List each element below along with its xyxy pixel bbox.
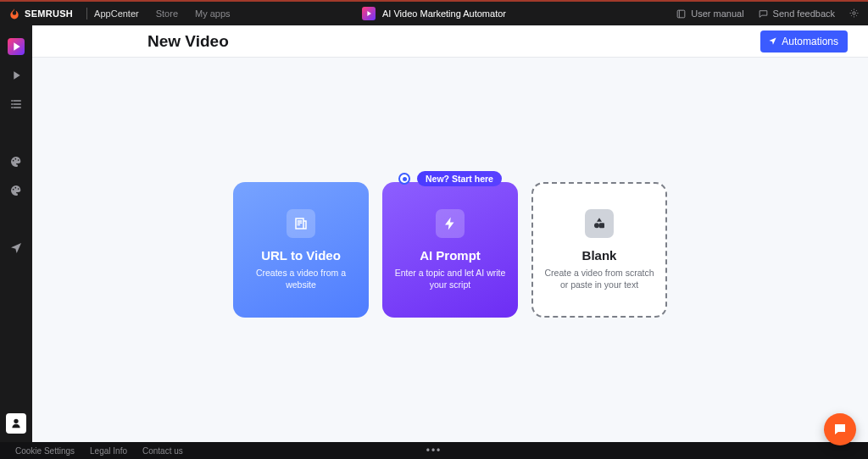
play-icon	[9, 40, 23, 53]
svg-point-2	[13, 160, 14, 162]
list-icon	[9, 97, 23, 111]
svg-point-9	[594, 223, 599, 228]
nav-myapps[interactable]: My apps	[195, 8, 231, 19]
shapes-icon	[585, 209, 614, 238]
send-feedback-link[interactable]: Send feedback	[758, 8, 835, 19]
footer-drag-handle[interactable]: •••	[426, 445, 442, 456]
gear-icon	[849, 8, 860, 19]
nav-store[interactable]: Store	[156, 8, 178, 19]
footer-cookie[interactable]: Cookie Settings	[15, 446, 75, 456]
app-title-text: AI Video Marketing Automator	[382, 8, 506, 19]
sidebar-send[interactable]	[3, 235, 29, 261]
ring-indicator-icon	[398, 173, 410, 185]
card-desc: Enter a topic and let AI write your scri…	[392, 267, 508, 290]
current-app-title: AI Video Marketing Automator	[362, 7, 506, 20]
creation-options: URL to Video Creates a video from a webs…	[32, 58, 868, 442]
intercom-chat-button[interactable]	[824, 413, 856, 445]
card-ai-prompt[interactable]: New? Start here AI Prompt Enter a topic …	[382, 182, 518, 318]
comment-icon	[758, 8, 769, 19]
svg-rect-8	[599, 223, 604, 228]
main-area: New Video Automations URL to Video Creat…	[32, 25, 868, 442]
svg-point-5	[13, 189, 14, 191]
card-desc: Creates a video from a website	[243, 267, 359, 290]
settings-button[interactable]	[849, 8, 860, 20]
svg-point-3	[14, 158, 16, 160]
brand-divider	[86, 8, 87, 19]
left-sidebar	[0, 25, 32, 442]
app-logo-icon	[362, 7, 376, 20]
footer-legal[interactable]: Legal Info	[90, 446, 127, 456]
semrush-brand[interactable]: SEMRUSH	[8, 8, 73, 19]
card-url-to-video[interactable]: URL to Video Creates a video from a webs…	[233, 182, 369, 318]
sidebar-play[interactable]	[3, 63, 29, 88]
user-manual-label: User manual	[691, 8, 743, 19]
play-outline-icon	[9, 69, 23, 82]
sidebar-palette-1[interactable]	[3, 149, 29, 174]
chat-bubble-icon	[832, 422, 848, 437]
sidebar-user[interactable]	[6, 413, 26, 434]
svg-point-7	[18, 188, 19, 190]
card-title: Blank	[582, 248, 617, 263]
top-nav: SEMRUSH AppCenter Store My apps AI Video…	[0, 0, 868, 25]
user-manual-link[interactable]: User manual	[676, 8, 743, 19]
appcenter-label[interactable]: AppCenter	[94, 8, 139, 19]
footer-contact[interactable]: Contact us	[142, 446, 183, 456]
automations-label: Automations	[782, 36, 838, 47]
start-here-pill: New? Start here	[417, 171, 502, 186]
automations-button[interactable]: Automations	[760, 30, 848, 53]
lightning-icon	[436, 209, 465, 238]
svg-point-1	[853, 11, 855, 14]
newspaper-icon	[287, 209, 315, 238]
footer: Cookie Settings Legal Info Contact us ••…	[0, 442, 868, 459]
semrush-wordmark: SEMRUSH	[25, 8, 73, 19]
paper-plane-icon	[768, 36, 777, 46]
page-header: New Video Automations	[32, 25, 868, 58]
svg-rect-0	[677, 10, 685, 18]
start-here-callout: New? Start here	[398, 171, 502, 186]
send-feedback-label: Send feedback	[773, 8, 835, 19]
paper-plane-icon	[9, 241, 23, 255]
sidebar-palette-2[interactable]	[3, 178, 29, 203]
card-desc: Create a video from scratch or paste in …	[543, 267, 655, 290]
page-title: New Video	[147, 32, 229, 51]
semrush-flame-icon	[8, 8, 20, 19]
user-icon	[9, 417, 23, 430]
card-blank[interactable]: Blank Create a video from scratch or pas…	[531, 182, 667, 318]
palette-icon	[9, 184, 23, 197]
card-title: URL to Video	[261, 248, 341, 263]
sidebar-app-logo[interactable]	[3, 34, 29, 59]
svg-point-4	[18, 159, 19, 161]
svg-point-6	[14, 187, 16, 189]
book-icon	[676, 8, 687, 19]
card-title: AI Prompt	[420, 248, 481, 263]
sidebar-list[interactable]	[3, 91, 29, 117]
palette-icon	[9, 155, 23, 169]
